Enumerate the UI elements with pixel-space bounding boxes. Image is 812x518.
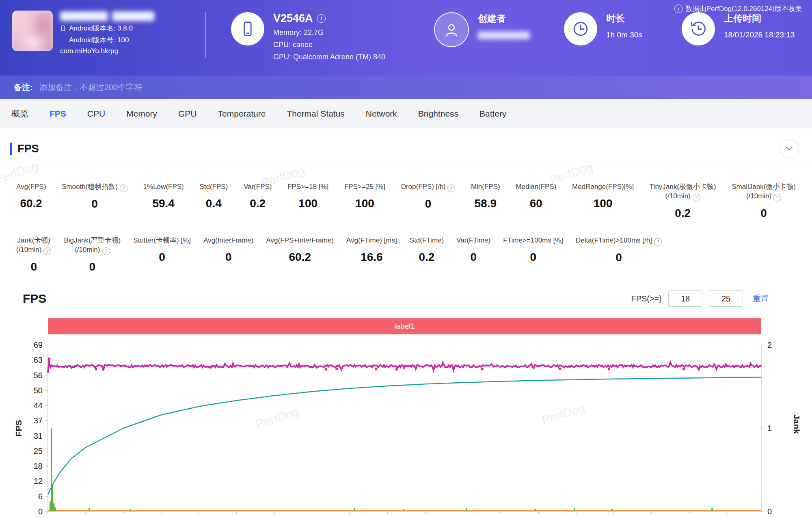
tab-temperature[interactable]: Temperature — [218, 109, 266, 119]
svg-text:25: 25 — [34, 446, 43, 455]
app-info-block: Android版本名: 3.8.0 Android版本号: 100 com.mi… — [12, 0, 203, 55]
app-name-redacted — [60, 11, 154, 21]
metric: Var(FPS)0.2 — [244, 182, 272, 220]
remark-bar: 备注: — [0, 76, 812, 99]
chart-title: FPS — [23, 292, 46, 306]
metric: FPS>=25 [%]100 — [344, 182, 385, 220]
upload-value: 18/01/2026 18:23:13 — [724, 30, 795, 39]
upload-label: 上传时间 — [724, 12, 795, 25]
tab-概览[interactable]: 概览 — [11, 108, 28, 119]
metric-value: 0.4 — [206, 197, 222, 210]
metric: Jank(卡顿)(/10min)?0 — [16, 236, 51, 273]
metric-value: 0 — [470, 251, 477, 264]
tab-gpu[interactable]: GPU — [178, 109, 197, 119]
svg-text:2: 2 — [767, 340, 772, 349]
metric-info-icon[interactable]: ? — [654, 238, 662, 246]
android-version-name: Android版本名: 3.8.0 — [60, 24, 154, 33]
phone-mini-icon — [60, 25, 66, 31]
device-memory: Memory: 22.7G — [273, 28, 385, 37]
metric: Delta(FTime)>100ms [/h]?0 — [576, 236, 662, 273]
app-package: com.miHoYo.hkrpg — [60, 47, 154, 55]
tab-battery[interactable]: Battery — [479, 109, 507, 119]
svg-text:12: 12 — [34, 477, 43, 486]
info-circle-icon: i — [674, 4, 683, 13]
device-icon — [231, 12, 264, 46]
metrics-row-2: Jank(卡顿)(/10min)?0BigJank(严重卡顿)(/10min)?… — [0, 236, 662, 273]
metric: Avg(InterFrame)0 — [203, 236, 253, 273]
history-icon — [682, 12, 715, 46]
device-info-block: V2546A i Memory: 22.7G CPU: canoe GPU: Q… — [231, 0, 406, 61]
svg-text:37: 37 — [34, 416, 43, 425]
metric: Smooth(稳帧指数)?0 — [62, 182, 127, 220]
metric-value: 0 — [530, 251, 536, 264]
metric-info-icon[interactable]: ? — [693, 194, 700, 202]
svg-text:0: 0 — [38, 507, 43, 516]
metric-value: 0 — [89, 260, 96, 273]
collapse-section-button[interactable] — [780, 139, 799, 158]
tab-memory[interactable]: Memory — [126, 109, 157, 119]
android-version-code: Android版本号: 100 — [60, 35, 154, 45]
metric-value: 100 — [298, 197, 317, 210]
tab-network[interactable]: Network — [366, 109, 397, 119]
clock-icon — [564, 12, 597, 46]
svg-text:0: 0 — [767, 507, 772, 516]
device-gpu: GPU: Qualcomm Adreno (TM) 840 — [273, 53, 385, 61]
metric: TinyJank(极微小卡顿)(/10min)?0.2 — [650, 182, 716, 220]
metric: Stutter(卡顿率) [%]0 — [133, 236, 191, 273]
metric-value: 100 — [594, 197, 613, 210]
metric: MedRange(FPS)[%]100 — [572, 182, 634, 220]
metric: 1%Low(FPS)59.4 — [143, 182, 184, 220]
metric-value: 58.9 — [475, 197, 497, 210]
chart-controls: FPS FPS(>=) 重置 — [0, 273, 812, 307]
metric-value: 0.2 — [250, 197, 266, 210]
fps-threshold-high-input[interactable] — [709, 290, 743, 307]
metric-value: 16.6 — [361, 251, 383, 264]
metric-info-icon[interactable]: ? — [120, 184, 127, 192]
metric: Drop(FPS) [/h]?0 — [401, 182, 456, 220]
tab-fps[interactable]: FPS — [50, 109, 66, 119]
metric: Min(FPS)58.9 — [471, 182, 500, 220]
metric-value: 0 — [760, 207, 767, 220]
device-info-icon[interactable]: i — [317, 14, 326, 23]
svg-text:18: 18 — [34, 462, 43, 471]
duration-label: 时长 — [606, 12, 642, 25]
reset-link[interactable]: 重置 — [753, 293, 769, 304]
tab-cpu[interactable]: CPU — [87, 109, 105, 119]
tab-brightness[interactable]: Brightness — [418, 109, 458, 119]
metric: FPS>=18 [%]100 — [287, 182, 328, 220]
svg-text:31: 31 — [34, 431, 43, 440]
metric-value: 60 — [530, 197, 542, 210]
right-axis-title: Jank — [792, 414, 801, 434]
metric: BigJank(严重卡顿)(/10min)?0 — [64, 236, 121, 273]
svg-text:50: 50 — [34, 386, 43, 395]
fps-threshold-low-input[interactable] — [668, 290, 702, 307]
fps-threshold-label: FPS(>=) — [631, 294, 662, 303]
metric-info-icon[interactable]: ? — [773, 194, 781, 202]
header-divider — [205, 12, 206, 58]
metric-value: 0 — [159, 251, 165, 264]
metric-info-icon[interactable]: ? — [447, 184, 455, 192]
fps-chart-svg: 061218253137445056636901200:0003:1206:24… — [16, 340, 796, 518]
metric-info-icon[interactable]: ? — [102, 247, 110, 255]
metric-value: 0.2 — [675, 207, 691, 220]
metric: Avg(FPS+InterFrame)60.2 — [266, 236, 334, 273]
metric-value: 60.2 — [289, 251, 311, 264]
tab-thermal-status[interactable]: Thermal Status — [287, 109, 344, 119]
metric-value: 0 — [425, 197, 432, 210]
creator-icon — [434, 12, 469, 47]
metric: Var(FTime)0 — [456, 236, 490, 273]
remark-input[interactable] — [39, 82, 300, 93]
remark-label: 备注: — [14, 82, 33, 93]
left-axis-title: FPS — [14, 420, 24, 437]
metric-value: 100 — [355, 197, 374, 210]
creator-block: 创建者 — [434, 0, 540, 47]
svg-text:1: 1 — [767, 424, 772, 433]
creator-label: 创建者 — [478, 12, 530, 25]
metric-value: 0.2 — [419, 251, 435, 264]
metric: Std(FTime)0.2 — [410, 236, 444, 273]
metric: Avg(FTime) [ms]16.6 — [346, 236, 397, 273]
collect-version-text: 数据由PerfDog(12.0.260124)版本收集 — [686, 4, 802, 13]
fps-chart-area: FPS 061218253137445056636901200:0003:120… — [0, 340, 812, 518]
metric: FTime>=100ms [%]0 — [503, 236, 563, 273]
metric-info-icon[interactable]: ? — [43, 247, 51, 255]
